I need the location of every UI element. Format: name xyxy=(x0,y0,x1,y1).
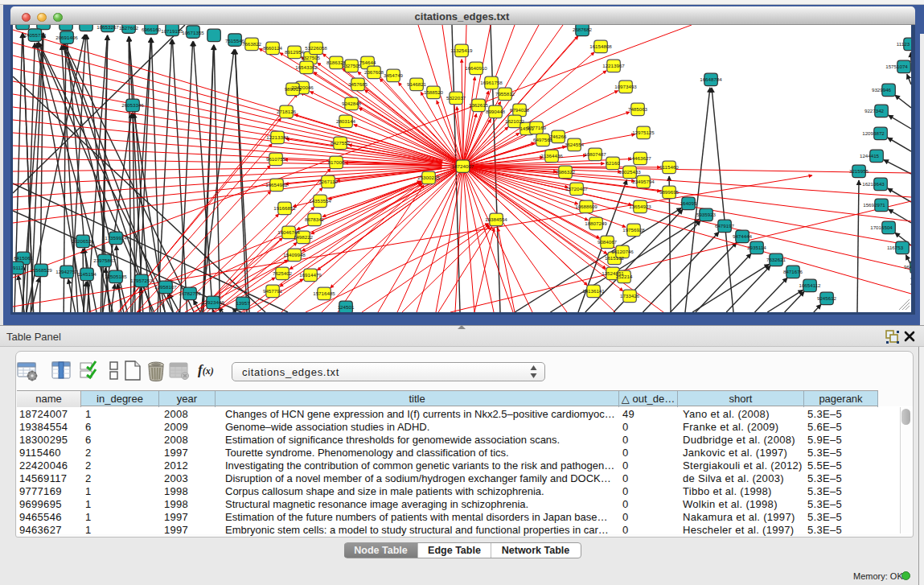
svg-text:1733426: 1733426 xyxy=(620,293,640,299)
svg-text:12975125: 12975125 xyxy=(632,130,655,135)
svg-text:19384554: 19384554 xyxy=(485,216,507,222)
svg-text:10671355: 10671355 xyxy=(182,30,204,35)
svg-text:9610755: 9610755 xyxy=(266,156,286,162)
svg-text:8471676: 8471676 xyxy=(783,269,803,274)
svg-text:12923448: 12923448 xyxy=(202,299,224,305)
svg-text:252214: 252214 xyxy=(616,274,633,279)
svg-text:9645: 9645 xyxy=(904,264,911,270)
svg-text:10654112: 10654112 xyxy=(799,282,821,288)
svg-text:7986322: 7986322 xyxy=(556,169,576,175)
svg-text:8427552: 8427552 xyxy=(331,140,351,146)
svg-text:20691406: 20691406 xyxy=(55,35,78,40)
svg-text:6966160: 6966160 xyxy=(142,27,162,32)
svg-text:10653267: 10653267 xyxy=(97,25,119,30)
svg-text:9327505: 9327505 xyxy=(301,55,321,60)
svg-text:15720407: 15720407 xyxy=(565,186,588,192)
svg-text:9115460: 9115460 xyxy=(659,164,679,170)
svg-text:16210643: 16210643 xyxy=(862,181,885,187)
svg-text:10807487: 10807487 xyxy=(584,151,606,157)
svg-text:754644: 754644 xyxy=(359,60,376,65)
svg-text:7955812: 7955812 xyxy=(495,91,515,97)
svg-text:2718126: 2718126 xyxy=(277,109,297,114)
svg-text:14463627: 14463627 xyxy=(629,155,651,161)
svg-text:9329946: 9329946 xyxy=(872,87,892,93)
svg-text:7632621: 7632621 xyxy=(766,257,786,262)
svg-text:8678342: 8678342 xyxy=(305,216,325,222)
svg-text:3267110: 3267110 xyxy=(318,179,338,184)
svg-text:1498222: 1498222 xyxy=(294,234,314,240)
svg-text:19166852: 19166852 xyxy=(273,205,296,211)
svg-text:7663822: 7663822 xyxy=(242,41,262,47)
svg-text:817006: 817006 xyxy=(328,159,345,165)
svg-text:124501: 124501 xyxy=(338,304,355,310)
svg-text:18807249: 18807249 xyxy=(585,220,607,226)
svg-text:19756928: 19756928 xyxy=(622,227,645,233)
svg-text:2803144: 2803144 xyxy=(336,118,356,124)
svg-text:1588520: 1588520 xyxy=(424,89,444,95)
svg-text:2367608: 2367608 xyxy=(364,69,384,75)
svg-text:15716485: 15716485 xyxy=(313,290,335,296)
svg-text:3624554: 3624554 xyxy=(565,142,585,147)
svg-text:1527602: 1527602 xyxy=(119,25,139,31)
svg-text:8415061: 8415061 xyxy=(14,255,34,261)
svg-text:9084067: 9084067 xyxy=(598,239,618,245)
svg-text:17016504: 17016504 xyxy=(870,225,893,230)
svg-text:53226058: 53226058 xyxy=(305,45,327,51)
svg-text:10688609: 10688609 xyxy=(575,204,598,209)
svg-text:16120746: 16120746 xyxy=(611,249,634,254)
svg-text:6794028: 6794028 xyxy=(510,107,530,113)
svg-text:14353554: 14353554 xyxy=(309,198,331,204)
svg-text:13654923: 13654923 xyxy=(629,204,651,209)
svg-text:39112: 39112 xyxy=(13,265,24,270)
svg-text:15751074: 15751074 xyxy=(885,64,908,69)
svg-text:12213383: 12213383 xyxy=(266,134,289,140)
svg-text:2687682: 2687682 xyxy=(573,27,593,32)
svg-text:26053346: 26053346 xyxy=(121,102,144,108)
svg-text:17957253: 17957253 xyxy=(130,278,153,283)
svg-text:11123: 11123 xyxy=(897,41,910,47)
svg-text:989013: 989013 xyxy=(285,86,302,92)
svg-text:10973493: 10973493 xyxy=(614,84,637,89)
svg-text:16154808: 16154808 xyxy=(589,43,612,49)
svg-text:20206536: 20206536 xyxy=(72,238,94,244)
svg-text:16782759: 16782759 xyxy=(179,290,201,296)
svg-text:9777169: 9777169 xyxy=(527,125,547,130)
svg-text:5322037: 5322037 xyxy=(446,95,466,101)
svg-text:1145194: 1145194 xyxy=(77,271,97,277)
svg-text:9474444: 9474444 xyxy=(733,233,753,239)
svg-text:3454749: 3454749 xyxy=(384,72,404,78)
svg-text:17359924: 17359924 xyxy=(105,235,127,241)
svg-text:746266: 746266 xyxy=(550,134,567,139)
svg-text:14055713: 14055713 xyxy=(24,32,47,38)
svg-text:25300215: 25300215 xyxy=(417,175,440,180)
svg-text:16640910: 16640910 xyxy=(465,65,487,71)
svg-text:1621022: 1621022 xyxy=(505,118,525,124)
svg-text:9146821: 9146821 xyxy=(407,81,427,87)
svg-text:13957: 13957 xyxy=(236,300,250,306)
svg-text:5935923: 5935923 xyxy=(696,212,717,217)
svg-text:9899695: 9899695 xyxy=(659,189,680,195)
svg-text:9457791: 9457791 xyxy=(263,288,283,294)
svg-text:12942757: 12942757 xyxy=(55,269,78,274)
svg-text:10719155: 10719155 xyxy=(161,28,183,34)
svg-text:14136141: 14136141 xyxy=(582,288,605,294)
svg-text:9245612: 9245612 xyxy=(817,295,837,301)
svg-text:7625402: 7625402 xyxy=(273,270,293,276)
svg-text:16648784: 16648784 xyxy=(700,76,722,82)
svg-text:9227342: 9227342 xyxy=(864,108,885,113)
svg-text:10025433: 10025433 xyxy=(618,169,641,175)
svg-text:116753: 116753 xyxy=(887,245,904,250)
svg-text:164095: 164095 xyxy=(680,200,697,206)
svg-text:21364436: 21364436 xyxy=(540,153,563,159)
svg-text:16543362: 16543362 xyxy=(295,64,318,70)
svg-text:3457685: 3457685 xyxy=(348,81,368,87)
svg-text:11325419: 11325419 xyxy=(450,47,473,53)
svg-text:9242848: 9242848 xyxy=(342,101,362,106)
svg-text:10958107: 10958107 xyxy=(154,284,177,290)
svg-text:8912954: 8912954 xyxy=(285,49,305,55)
svg-text:21568529: 21568529 xyxy=(30,267,52,273)
svg-text:12093872: 12093872 xyxy=(862,130,885,136)
svg-text:12505185: 12505185 xyxy=(105,274,127,279)
svg-text:3215955: 3215955 xyxy=(849,168,869,174)
svg-text:6479197: 6479197 xyxy=(715,223,735,229)
